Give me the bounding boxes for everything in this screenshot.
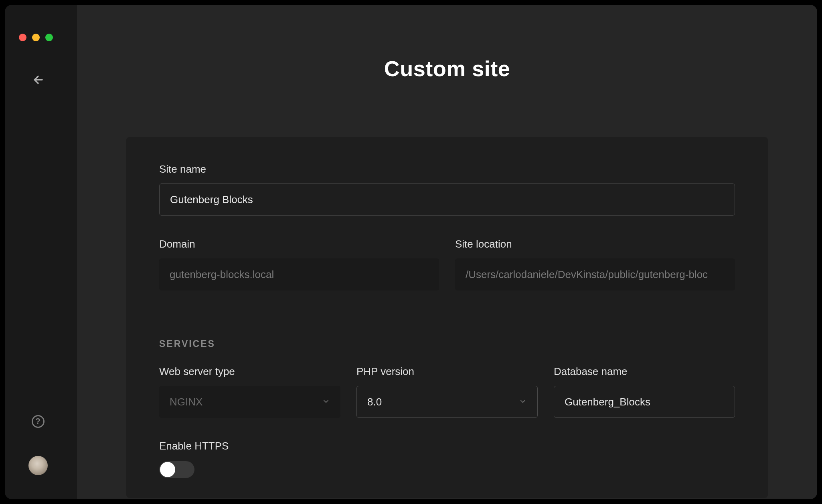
form-card: Site name Domain gutenberg-blocks.local … [126, 137, 768, 498]
php-version-label: PHP version [356, 365, 538, 378]
database-name-label: Database name [554, 365, 735, 378]
back-button[interactable] [32, 74, 77, 87]
site-name-label: Site name [159, 163, 735, 175]
site-location-field: /Users/carlodaniele/DevKinsta/public/gut… [455, 258, 735, 290]
sidebar-bottom: ? [5, 415, 77, 475]
app-window: ? Custom site Site name Domain gutenberg… [5, 5, 817, 499]
main-content: Custom site Site name Domain gutenberg-b… [77, 5, 817, 499]
window-minimize-button[interactable] [32, 34, 40, 41]
site-name-input[interactable] [159, 183, 735, 216]
web-server-select[interactable]: NGINX [159, 386, 340, 418]
help-button[interactable]: ? [32, 415, 45, 428]
enable-https-toggle[interactable] [159, 461, 194, 478]
window-close-button[interactable] [19, 34, 26, 41]
database-name-input[interactable] [554, 386, 735, 418]
services-section-label: SERVICES [159, 339, 735, 349]
window-maximize-button[interactable] [45, 34, 53, 41]
domain-label: Domain [159, 238, 439, 250]
question-mark-icon: ? [35, 416, 40, 427]
chevron-down-icon [322, 396, 330, 408]
web-server-label: Web server type [159, 365, 340, 378]
traffic-lights [19, 34, 53, 41]
php-version-select[interactable]: 8.0 [356, 386, 538, 418]
avatar[interactable] [28, 456, 48, 475]
sidebar: ? [5, 5, 77, 499]
chevron-down-icon [519, 396, 527, 408]
arrow-left-icon [32, 74, 44, 86]
enable-https-label: Enable HTTPS [159, 440, 735, 452]
web-server-value: NGINX [170, 396, 202, 408]
page-title: Custom site [384, 56, 510, 81]
domain-field: gutenberg-blocks.local [159, 258, 439, 290]
php-version-value: 8.0 [367, 396, 382, 408]
site-location-label: Site location [455, 238, 735, 250]
toggle-knob [160, 462, 175, 477]
